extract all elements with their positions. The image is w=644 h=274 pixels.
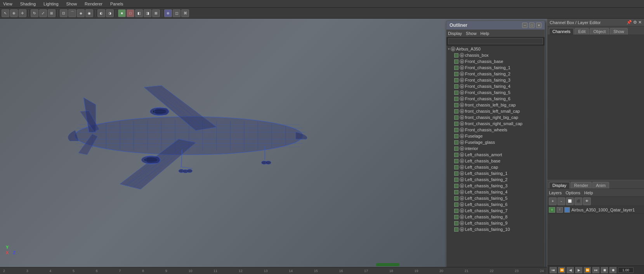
- outliner-close-btn[interactable]: ✕: [536, 23, 542, 28]
- tool-scale[interactable]: ⤢: [39, 9, 47, 17]
- frame-current-input[interactable]: [618, 267, 634, 273]
- layer-menu-layers[interactable]: Layers: [549, 190, 562, 195]
- tool-lasso[interactable]: ⊕: [10, 9, 18, 17]
- list-item[interactable]: o Left_chassis_cap: [446, 164, 545, 170]
- list-item[interactable]: o front_chassis_right_small_cap: [446, 120, 545, 127]
- menu-lighting[interactable]: Lighting: [42, 2, 60, 6]
- tab-object[interactable]: Object: [590, 28, 609, 35]
- tool-snap-grid[interactable]: ⊡: [60, 9, 68, 17]
- tool-ipr[interactable]: ◑: [106, 9, 114, 17]
- layer-tab-display[interactable]: Display: [549, 182, 570, 188]
- list-item[interactable]: o Left_chassis_fairing_9: [446, 220, 545, 226]
- layer-tab-anim[interactable]: Anim: [592, 182, 609, 188]
- layer-menu-help[interactable]: Help: [584, 190, 593, 195]
- tool-snap-surface[interactable]: ◉: [85, 9, 93, 17]
- list-item[interactable]: o Front_chassis_fairing_6: [446, 96, 545, 102]
- layer-visible-btn[interactable]: 👁: [583, 197, 591, 205]
- channel-box-close-icon[interactable]: ✕: [638, 20, 642, 25]
- list-item[interactable]: o Front_chassis_wheels: [446, 127, 545, 133]
- outliner-show-menu[interactable]: Show: [466, 31, 477, 36]
- list-item[interactable]: o Left_chassis_fairing_3: [446, 183, 545, 189]
- tool-snap-curve[interactable]: ⌒: [68, 9, 76, 17]
- tool-display[interactable]: ■: [118, 9, 126, 17]
- anim-play-back-btn[interactable]: ◀: [567, 267, 574, 273]
- anim-step-back-btn[interactable]: ⏪: [558, 267, 565, 273]
- list-item[interactable]: o front_chassis_left_big_cap: [446, 102, 545, 108]
- list-item[interactable]: o Left_chassis_fairing_6: [446, 201, 545, 208]
- tab-channels[interactable]: Channels: [549, 28, 574, 35]
- tool-light-shade[interactable]: ◨: [144, 9, 151, 17]
- menu-renderer[interactable]: Renderer: [83, 2, 104, 6]
- list-item[interactable]: o front_chassis_left_small_cap: [446, 108, 545, 114]
- outliner-minimize-btn[interactable]: ─: [522, 23, 528, 28]
- channel-box-config-icon[interactable]: ⚙: [633, 20, 637, 25]
- anim-go-end-btn[interactable]: ⏭: [592, 267, 599, 273]
- z-axis: Z: [13, 250, 16, 255]
- tool-xray[interactable]: ⊗: [164, 9, 172, 17]
- layer-assign-btn[interactable]: ⬜: [566, 197, 574, 205]
- menu-panels[interactable]: Panels: [109, 2, 125, 6]
- tool-rotate[interactable]: ↻: [31, 9, 38, 17]
- anim-stop-btn[interactable]: ⏹: [601, 267, 608, 273]
- list-item[interactable]: o Front_chassis_fairing_3: [446, 77, 545, 83]
- list-item[interactable]: o Left_chassis_fairing_2: [446, 176, 545, 183]
- list-item[interactable]: o Front_chassis_fairing_5: [446, 89, 545, 96]
- list-item[interactable]: o Left_chassis_fairing_5: [446, 195, 545, 201]
- list-item[interactable]: o Left_chassis_fairing_8: [446, 214, 545, 220]
- list-item[interactable]: o Left_chassis_amort: [446, 152, 545, 158]
- tab-edit[interactable]: Edit: [575, 28, 589, 35]
- outliner-maximize-btn[interactable]: □: [529, 23, 535, 28]
- list-item[interactable]: o Fuselage: [446, 133, 545, 139]
- list-item[interactable]: o Left_chassis_fairing_1: [446, 170, 545, 176]
- layer-color-swatch[interactable]: [564, 207, 570, 213]
- tool-shade[interactable]: ◧: [135, 9, 143, 17]
- layer-type-toggle[interactable]: T: [557, 207, 563, 213]
- list-item[interactable]: o front_chassis_right_big_cap: [446, 114, 545, 120]
- anim-step-fwd-btn[interactable]: ⏩: [584, 267, 591, 273]
- menu-show[interactable]: Show: [65, 2, 79, 6]
- layer-tab-render[interactable]: Render: [571, 182, 592, 188]
- menu-bar: View Shading Lighting Show Renderer Pane…: [0, 0, 644, 8]
- list-item[interactable]: o Front_chassis_base: [446, 58, 545, 65]
- list-item[interactable]: o Left_chassis_fairing_10: [446, 226, 545, 232]
- tool-wire[interactable]: □: [127, 9, 134, 17]
- layer-menu-options[interactable]: Options: [566, 190, 580, 195]
- tab-show[interactable]: Show: [610, 28, 628, 35]
- outliner-search-input[interactable]: [448, 38, 543, 44]
- tool-universal[interactable]: ⊞: [48, 9, 56, 17]
- ruler-tick: 10: [188, 269, 192, 273]
- list-item[interactable]: o Fuselage_glass: [446, 139, 545, 145]
- outliner-help-menu[interactable]: Help: [481, 31, 490, 36]
- list-item[interactable]: o Left_chassis_fairing_7: [446, 208, 545, 214]
- layer-item[interactable]: V T Airbus_A350_1000_Qatar_layer1: [547, 206, 644, 214]
- tree-item-root[interactable]: ▾ o Airbus_A350: [446, 46, 545, 52]
- list-item[interactable]: o Front_chassis_fairing_2: [446, 71, 545, 77]
- anim-play-btn[interactable]: ▶: [575, 267, 582, 273]
- tool-snap-point[interactable]: ◈: [77, 9, 85, 17]
- list-item[interactable]: o chassis_box: [446, 52, 545, 58]
- layer-new-btn[interactable]: +: [549, 197, 557, 205]
- list-item[interactable]: o Front_chassis_fairing_1: [446, 65, 545, 71]
- menu-view[interactable]: View: [2, 2, 14, 6]
- viewport[interactable]: Y X Z Outliner ─ □ ✕ Display: [0, 19, 547, 274]
- list-item[interactable]: o Left_chassis_base: [446, 158, 545, 164]
- tool-texture[interactable]: ⊠: [152, 9, 160, 17]
- tool-render[interactable]: ◐: [97, 9, 105, 17]
- tool-crease[interactable]: ⌘: [181, 9, 189, 17]
- layer-select-btn[interactable]: ⬛: [575, 197, 582, 205]
- list-item[interactable]: o Front_chassis_fairing_4: [446, 83, 545, 89]
- tool-shading2[interactable]: ◫: [173, 9, 181, 17]
- anim-go-start-btn[interactable]: ⏮: [550, 267, 557, 273]
- anim-record-btn[interactable]: ⏺: [609, 267, 616, 273]
- outliner-tree[interactable]: ▾ o Airbus_A350 o chassis_box o Front_ch…: [446, 46, 545, 268]
- layer-delete-btn[interactable]: -: [557, 197, 565, 205]
- channel-box-pin-icon[interactable]: 📌: [627, 20, 632, 25]
- tool-move[interactable]: ✛: [19, 9, 26, 17]
- list-item[interactable]: o Left_chassis_fairing_4: [446, 189, 545, 195]
- list-item[interactable]: o interior: [446, 145, 545, 152]
- outliner-display-menu[interactable]: Display: [448, 31, 462, 36]
- tool-select[interactable]: ↖: [2, 9, 9, 17]
- menu-shading[interactable]: Shading: [19, 2, 37, 6]
- layer-visibility-toggle[interactable]: V: [549, 207, 555, 213]
- layer-editor-list[interactable]: V T Airbus_A350_1000_Qatar_layer1: [547, 206, 644, 265]
